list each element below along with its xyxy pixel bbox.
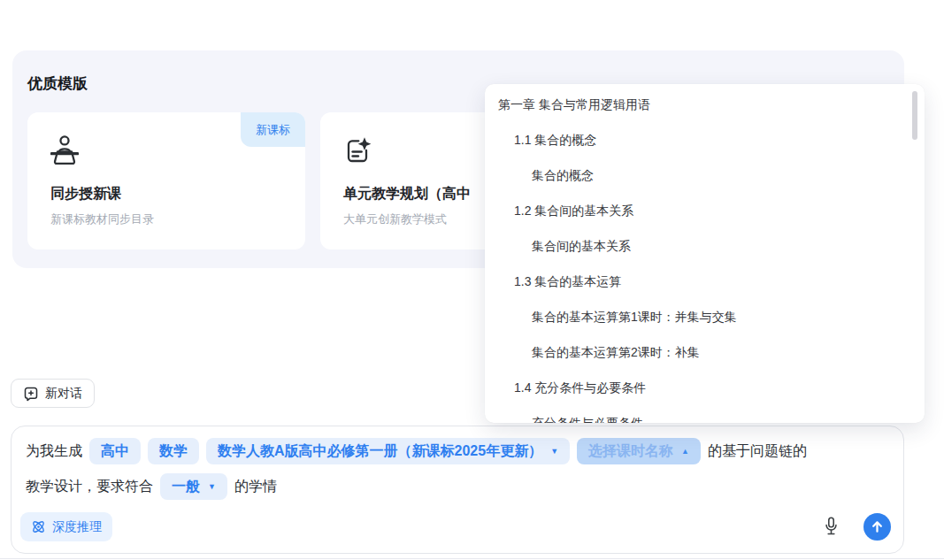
lesson-dropdown-list: 第一章 集合与常用逻辑用语 1.1 集合的概念 集合的概念 1.2 集合间的基本… xyxy=(485,84,925,423)
app-window: 优质模版 新课标 同步授新课 新课标教材同步目录 xyxy=(0,0,944,560)
bottom-divider xyxy=(0,558,944,559)
atom-icon xyxy=(31,519,46,534)
lesson-pill-label: 选择课时名称 xyxy=(588,442,673,461)
subject-select-pill[interactable]: 数学 xyxy=(148,438,199,464)
dropdown-item[interactable]: 1.2 集合间的基本关系 xyxy=(485,193,925,228)
chat-plus-icon xyxy=(23,386,39,402)
new-chat-button[interactable]: 新对话 xyxy=(11,379,95,408)
chevron-up-icon: ▲ xyxy=(681,447,689,456)
dropdown-item[interactable]: 1.4 充分条件与必要条件 xyxy=(485,370,925,405)
template-card-subtitle: 新课标教材同步目录 xyxy=(50,211,154,227)
chevron-down-icon: ▼ xyxy=(208,482,216,491)
microphone-icon[interactable] xyxy=(824,517,840,538)
prompt-line2-suffix: 的学情 xyxy=(234,478,277,496)
template-card-title: 同步授新课 xyxy=(50,185,121,203)
prompt-suffix-text: 的基于问题链的 xyxy=(708,442,807,461)
prompt-composer[interactable]: 为我生成 高中 数学 数学人教A版高中必修第一册（新课标2025年更新） ▼ 选… xyxy=(11,426,904,554)
dropdown-item[interactable]: 第一章 集合与常用逻辑用语 xyxy=(485,87,925,122)
dropdown-item[interactable]: 集合间的基本关系 xyxy=(485,228,925,264)
dropdown-item[interactable]: 集合的基本运算第1课时：并集与交集 xyxy=(485,299,925,334)
textbook-select-pill[interactable]: 数学人教A版高中必修第一册（新课标2025年更新） ▼ xyxy=(206,438,570,464)
prompt-prefix-text: 为我生成 xyxy=(26,442,82,461)
lesson-dropdown-panel: 第一章 集合与常用逻辑用语 1.1 集合的概念 集合的概念 1.2 集合间的基本… xyxy=(485,84,925,423)
new-standard-badge: 新课标 xyxy=(241,112,305,147)
template-card-sync-lesson[interactable]: 新课标 同步授新课 新课标教材同步目录 xyxy=(27,112,305,249)
document-sparkle-icon xyxy=(343,135,372,169)
composer-toolbar: 深度推理 xyxy=(20,512,891,541)
composer-line-1: 为我生成 高中 数学 数学人教A版高中必修第一册（新课标2025年更新） ▼ 选… xyxy=(26,438,889,464)
dropdown-item[interactable]: 1.3 集合的基本运算 xyxy=(485,264,925,299)
student-level-pill[interactable]: 一般 ▼ xyxy=(160,473,227,500)
chevron-down-icon: ▼ xyxy=(550,447,558,456)
composer-line-2: 教学设计，要求符合 一般 ▼ 的学情 xyxy=(26,473,889,500)
templates-section-title: 优质模版 xyxy=(27,73,88,94)
dropdown-item[interactable]: 集合的概念 xyxy=(485,157,925,193)
composer-actions xyxy=(824,513,891,541)
template-card-title: 单元教学规划（高中 xyxy=(343,185,471,203)
lesson-select-pill[interactable]: 选择课时名称 ▲ xyxy=(577,438,701,464)
dropdown-scrollbar[interactable] xyxy=(912,91,917,140)
grade-select-pill[interactable]: 高中 xyxy=(89,438,141,464)
dropdown-item[interactable]: 集合的基本运算第2课时：补集 xyxy=(485,334,925,370)
prompt-line2-prefix: 教学设计，要求符合 xyxy=(26,478,153,496)
podium-icon xyxy=(50,135,79,169)
dropdown-item[interactable]: 充分条件与必要条件 xyxy=(485,405,925,423)
new-chat-label: 新对话 xyxy=(45,386,82,402)
textbook-pill-label: 数学人教A版高中必修第一册（新课标2025年更新） xyxy=(218,442,542,461)
deep-reasoning-toggle[interactable]: 深度推理 xyxy=(20,512,112,541)
template-card-subtitle: 大单元创新教学模式 xyxy=(343,211,447,227)
dropdown-item[interactable]: 1.1 集合的概念 xyxy=(485,122,925,157)
send-button[interactable] xyxy=(863,513,891,541)
level-pill-label: 一般 xyxy=(172,478,200,496)
deep-reasoning-label: 深度推理 xyxy=(52,519,102,535)
